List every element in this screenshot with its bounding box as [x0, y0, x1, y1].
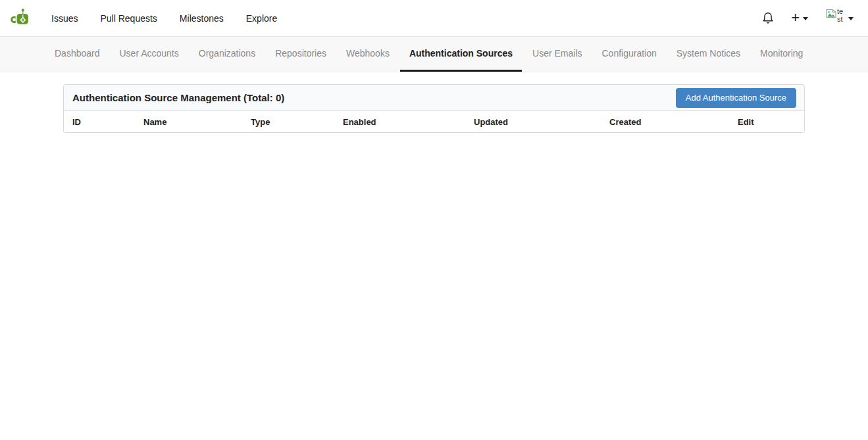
tab-webhooks[interactable]: Webhooks [337, 37, 399, 72]
panel-header: Authentication Source Management (Total:… [63, 84, 805, 111]
add-authentication-source-button[interactable]: Add Authentication Source [676, 88, 796, 108]
column-header-edit: Edit [729, 111, 804, 132]
nav-item-pull-requests[interactable]: Pull Requests [89, 0, 167, 36]
auth-sources-table: ID Name Type Enabled Updated Created Edi… [63, 111, 805, 133]
caret-down-icon [848, 17, 854, 20]
tab-configuration[interactable]: Configuration [593, 37, 666, 72]
column-header-name: Name [135, 111, 242, 132]
tab-user-emails[interactable]: User Emails [523, 37, 591, 72]
notifications-button[interactable] [753, 12, 782, 24]
create-new-dropdown[interactable]: + [782, 11, 817, 26]
tab-dashboard[interactable]: Dashboard [45, 37, 109, 72]
broken-image-icon [826, 9, 837, 18]
tab-user-accounts[interactable]: User Accounts [111, 37, 188, 72]
avatar-alt-text: test [837, 7, 844, 23]
home-logo-link[interactable] [11, 0, 31, 36]
column-header-created: Created [601, 111, 729, 132]
table-header-row: ID Name Type Enabled Updated Created Edi… [64, 111, 804, 132]
avatar: test [826, 7, 844, 30]
tab-repositories[interactable]: Repositories [266, 37, 336, 72]
tab-monitoring[interactable]: Monitoring [751, 37, 812, 72]
bell-icon [762, 12, 774, 24]
nav-item-explore[interactable]: Explore [236, 0, 288, 36]
admin-tab-bar: Dashboard User Accounts Organizations Re… [0, 37, 868, 72]
gitea-logo-icon [11, 9, 31, 28]
top-navbar: Issues Pull Requests Milestones Explore … [0, 0, 868, 37]
page-title: Authentication Source Management (Total:… [72, 92, 284, 103]
plus-icon: + [791, 11, 800, 25]
nav-item-milestones[interactable]: Milestones [169, 0, 234, 36]
main-content: Authentication Source Management (Total:… [63, 84, 805, 133]
tab-organizations[interactable]: Organizations [190, 37, 265, 72]
user-menu-dropdown[interactable]: test [817, 7, 854, 30]
navbar-right: + test [753, 0, 854, 36]
tab-authentication-sources[interactable]: Authentication Sources [400, 37, 522, 72]
primary-nav: Issues Pull Requests Milestones Explore [40, 0, 288, 36]
nav-item-issues[interactable]: Issues [41, 0, 88, 36]
column-header-id: ID [64, 111, 135, 132]
caret-down-icon [803, 17, 808, 20]
column-header-type: Type [242, 111, 334, 132]
tab-system-notices[interactable]: System Notices [667, 37, 750, 72]
column-header-updated: Updated [465, 111, 601, 132]
column-header-enabled: Enabled [334, 111, 465, 132]
